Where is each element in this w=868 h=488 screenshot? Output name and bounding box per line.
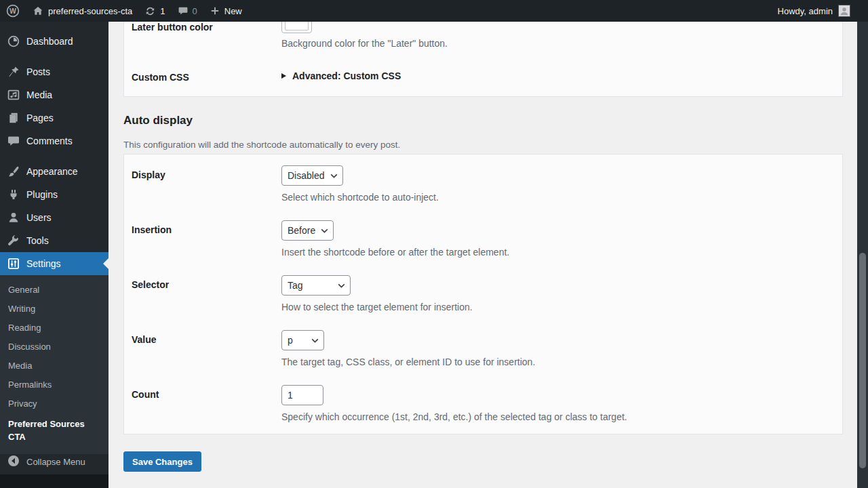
plus-icon xyxy=(210,5,220,16)
admin-menu-sidebar: Dashboard Posts Media xyxy=(0,22,108,488)
comments-count: 0 xyxy=(193,6,197,16)
value-description: The target tag, CSS class, or element ID… xyxy=(281,357,842,367)
site-name-link[interactable]: preferred-sources-cta xyxy=(26,0,138,22)
comment-bubble-icon xyxy=(7,134,20,148)
submenu-item-writing[interactable]: Writing xyxy=(0,300,108,319)
pages-icon xyxy=(7,111,20,125)
sidebar-item-users[interactable]: Users xyxy=(0,206,108,229)
wp-logo-letter: W xyxy=(9,7,16,15)
sidebar-item-label: Users xyxy=(26,212,52,223)
value-select[interactable]: p xyxy=(281,330,324,350)
plug-icon xyxy=(7,188,20,201)
sidebar-item-label: Media xyxy=(26,89,52,100)
display-description: Select which shortcode to auto-inject. xyxy=(281,192,842,203)
home-icon xyxy=(32,5,44,17)
site-name: preferred-sources-cta xyxy=(48,6,132,16)
sidebar-item-label: Settings xyxy=(26,258,61,269)
sidebar-item-label: Dashboard xyxy=(26,36,73,47)
collapse-menu-button[interactable]: Collapse Menu xyxy=(0,450,108,473)
insertion-field-row: Insertion Before Insert the shortcode be… xyxy=(132,209,842,264)
count-input[interactable] xyxy=(281,385,323,405)
sidebar-bottom-band xyxy=(0,474,108,488)
count-description: Specify which occurrence (1st, 2nd, 3rd,… xyxy=(281,411,842,422)
sidebar-item-label: Posts xyxy=(26,66,50,77)
sidebar-item-media[interactable]: Media xyxy=(0,83,108,106)
display-field-row: Display Disabled Select which shortcode … xyxy=(132,155,842,209)
selector-label: Selector xyxy=(132,275,281,312)
new-label: New xyxy=(224,6,242,16)
scrollbar-track[interactable] xyxy=(857,22,868,488)
count-label: Count xyxy=(132,385,281,422)
submenu-item-privacy[interactable]: Privacy xyxy=(0,394,108,413)
auto-display-description: This configuration will add the shortcod… xyxy=(123,140,400,150)
appearance-settings-card: Later button color Background color for … xyxy=(123,14,843,97)
display-label: Display xyxy=(132,165,281,203)
display-select[interactable]: Disabled xyxy=(281,165,343,186)
media-icon xyxy=(7,88,20,102)
insertion-label: Insertion xyxy=(132,220,281,258)
submenu-item-media[interactable]: Media xyxy=(0,357,108,375)
sidebar-item-label: Pages xyxy=(26,113,54,123)
updates-icon xyxy=(144,5,156,17)
updates-link[interactable]: 1 xyxy=(138,0,171,22)
later-button-color-description: Background color for the "Later" button. xyxy=(281,38,842,49)
avatar[interactable] xyxy=(838,5,850,17)
sidebar-item-comments[interactable]: Comments xyxy=(0,129,108,152)
sidebar-item-label: Tools xyxy=(26,235,49,246)
submenu-item-permalinks[interactable]: Permalinks xyxy=(0,375,108,394)
submenu-item-discussion[interactable]: Discussion xyxy=(0,338,108,357)
wp-logo-menu[interactable]: W xyxy=(0,0,26,22)
sidebar-item-pages[interactable]: Pages xyxy=(0,106,108,129)
value-label: Value xyxy=(132,330,281,367)
dashboard-icon xyxy=(7,35,20,48)
selector-description: How to select the target element for ins… xyxy=(281,302,842,312)
sidebar-item-label: Plugins xyxy=(26,189,58,200)
collapse-menu-label: Collapse Menu xyxy=(26,457,85,467)
value-field-row: Value p The target tag, CSS class, or el… xyxy=(132,319,842,374)
submenu-item-reading[interactable]: Reading xyxy=(0,319,108,338)
save-changes-button[interactable]: Save Changes xyxy=(123,451,201,472)
auto-display-heading: Auto display xyxy=(123,114,193,127)
updates-count: 1 xyxy=(160,6,165,16)
menu-separator xyxy=(0,53,108,60)
admin-bar: W preferred-sources-cta 1 0 xyxy=(0,0,868,22)
selector-field-row: Selector Tag How to select the target el… xyxy=(132,264,842,319)
sidebar-item-dashboard[interactable]: Dashboard xyxy=(0,30,108,53)
sidebar-item-label: Comments xyxy=(26,136,73,146)
settings-page-content: Later button color Background color for … xyxy=(108,0,868,488)
sidebar-item-plugins[interactable]: Plugins xyxy=(0,183,108,206)
user-icon xyxy=(7,211,20,224)
pushpin-icon xyxy=(7,65,20,79)
auto-display-settings-card: Display Disabled Select which shortcode … xyxy=(123,154,843,434)
comments-link[interactable]: 0 xyxy=(172,0,203,22)
custom-css-row: Custom CSS Advanced: Custom CSS xyxy=(132,70,842,83)
custom-css-label: Custom CSS xyxy=(132,70,281,83)
details-marker-icon xyxy=(281,73,286,79)
insertion-select[interactable]: Before xyxy=(281,220,334,241)
collapse-arrow-icon xyxy=(7,454,20,470)
settings-sliders-icon xyxy=(7,257,20,270)
advanced-custom-css-toggle[interactable]: Advanced: Custom CSS xyxy=(281,70,842,81)
paintbrush-icon xyxy=(7,165,20,178)
wordpress-logo-icon: W xyxy=(6,4,20,18)
sidebar-item-label: Appearance xyxy=(26,166,78,177)
sidebar-item-appearance[interactable]: Appearance xyxy=(0,160,108,183)
insertion-description: Insert the shortcode before or after the… xyxy=(281,247,842,258)
advanced-custom-css-summary: Advanced: Custom CSS xyxy=(292,70,401,81)
new-content-menu[interactable]: New xyxy=(203,0,248,22)
submenu-item-preferred-sources-cta[interactable]: Preferred Sources CTA xyxy=(0,413,108,449)
comments-bubble-icon xyxy=(178,5,189,16)
sidebar-item-tools[interactable]: Tools xyxy=(0,229,108,252)
wrench-icon xyxy=(7,234,20,247)
settings-submenu: General Writing Reading Discussion Media… xyxy=(0,275,108,454)
scrollbar-thumb[interactable] xyxy=(859,253,866,468)
howdy-account-link[interactable]: Howdy, admin xyxy=(778,6,833,16)
submenu-item-general[interactable]: General xyxy=(0,281,108,300)
menu-separator xyxy=(0,152,108,160)
count-field-row: Count Specify which occurrence (1st, 2nd… xyxy=(132,374,842,429)
sidebar-item-posts[interactable]: Posts xyxy=(0,60,108,83)
selector-select[interactable]: Tag xyxy=(281,275,351,296)
sidebar-item-settings[interactable]: Settings xyxy=(0,252,108,275)
